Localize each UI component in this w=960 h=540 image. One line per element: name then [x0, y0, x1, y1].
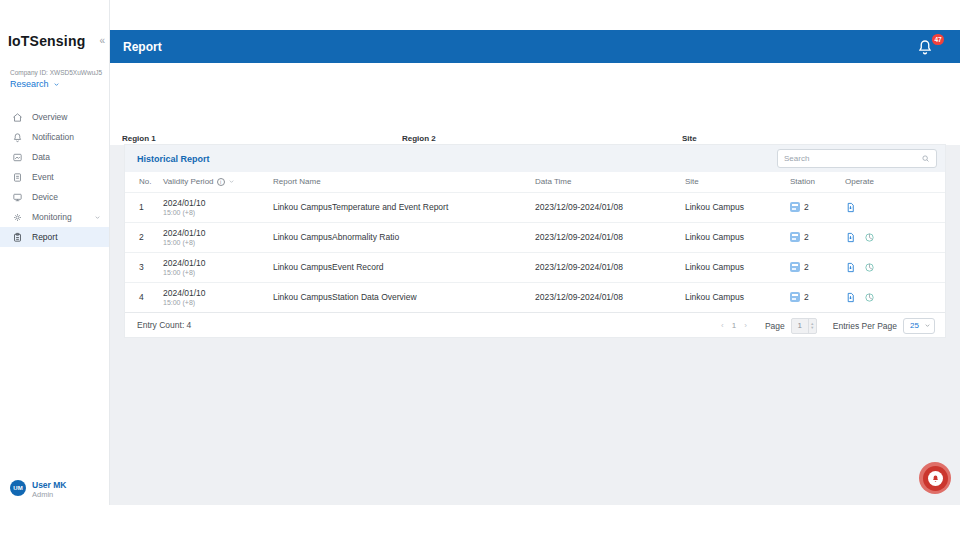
home-icon	[12, 112, 23, 123]
validity-time: 15:00 (+8)	[163, 209, 273, 216]
table-row: 4 2024/01/10 15:00 (+8) Linkou CampusSta…	[125, 282, 945, 312]
sidebar-item-data[interactable]: Data	[0, 147, 109, 167]
data-time-cell: 2023/12/09-2024/01/08	[535, 252, 685, 282]
station-icon	[790, 292, 800, 302]
gear-icon	[12, 212, 23, 223]
event-icon	[12, 172, 23, 183]
table-row: 1 2024/01/10 15:00 (+8) Linkou CampusTem…	[125, 192, 945, 222]
download-report-icon[interactable]	[845, 202, 856, 213]
site-cell: Linkou Campus	[685, 222, 790, 252]
chart-preview-icon[interactable]	[864, 292, 875, 303]
validity-date: 2024/01/10	[163, 198, 273, 208]
report-table: No. Validity Period i Report Name Data T…	[125, 172, 945, 312]
region2-label: Region 2	[402, 134, 436, 143]
search-icon[interactable]	[921, 154, 930, 163]
user-profile[interactable]: UM User MK Admin	[10, 480, 66, 499]
entry-count: Entry Count: 4	[137, 320, 191, 330]
data-icon	[12, 152, 23, 163]
avatar: UM	[10, 480, 26, 496]
alarm-fab-ring	[923, 466, 948, 491]
download-report-icon[interactable]	[845, 262, 856, 273]
main-content: Historical Report No. Validity Period i	[110, 145, 960, 505]
sidebar-item-label: Monitoring	[32, 212, 72, 222]
site-cell: Linkou Campus	[685, 282, 790, 312]
validity-date: 2024/01/10	[163, 258, 273, 268]
entries-per-page-select[interactable]: 25	[903, 318, 935, 334]
report-name-cell: Linkou CampusAbnormality Ratio	[273, 222, 535, 252]
chart-preview-icon[interactable]	[864, 232, 875, 243]
device-icon	[12, 192, 23, 203]
sidebar-item-notification[interactable]: Notification	[0, 127, 109, 147]
page-label: Page	[765, 321, 785, 331]
pagination-prev[interactable]: ‹	[719, 321, 726, 330]
site-cell: Linkou Campus	[685, 252, 790, 282]
column-validity-period[interactable]: Validity Period i	[163, 172, 273, 192]
user-name: User MK	[32, 480, 66, 490]
validity-time: 15:00 (+8)	[163, 239, 273, 246]
alarm-bell-icon	[928, 471, 943, 486]
bell-icon	[12, 132, 23, 143]
user-role: Admin	[32, 490, 66, 499]
site-cell: Linkou Campus	[685, 192, 790, 222]
column-site: Site	[685, 172, 790, 192]
card-title: Historical Report	[137, 154, 210, 164]
report-name-cell: Linkou CampusTemperature and Event Repor…	[273, 192, 535, 222]
station-icon	[790, 202, 800, 212]
sidebar-item-event[interactable]: Event	[0, 167, 109, 187]
report-name-cell: Linkou CampusStation Data Overview	[273, 282, 535, 312]
sidebar-item-label: Device	[32, 192, 58, 202]
column-report-name: Report Name	[273, 172, 535, 192]
sidebar-item-overview[interactable]: Overview	[0, 107, 109, 127]
station-count: 2	[804, 202, 809, 212]
entries-per-page-label: Entries Per Page	[833, 321, 897, 331]
report-icon	[12, 232, 23, 243]
validity-date: 2024/01/10	[163, 228, 273, 238]
chevron-down-icon	[924, 322, 931, 329]
pagination-page-1[interactable]: 1	[732, 321, 736, 330]
sidebar-item-monitoring[interactable]: Monitoring	[0, 207, 109, 227]
column-station: Station	[790, 172, 845, 192]
data-time-cell: 2023/12/09-2024/01/08	[535, 222, 685, 252]
station-icon	[790, 232, 800, 242]
search-box	[777, 149, 937, 168]
sort-caret-icon[interactable]	[228, 178, 235, 185]
validity-date: 2024/01/10	[163, 288, 273, 298]
sidebar: IoTSensing « Company ID: XWSD5XuWwuJ5 Re…	[0, 0, 110, 505]
app-brand: IoTSensing	[8, 33, 85, 49]
sidebar-item-device[interactable]: Device	[0, 187, 109, 207]
table-footer: Entry Count: 4 ‹ 1 › Page 1 ▲▼ Entries P…	[125, 312, 945, 337]
download-report-icon[interactable]	[845, 292, 856, 303]
data-time-cell: 2023/12/09-2024/01/08	[535, 282, 685, 312]
info-icon: i	[217, 178, 225, 186]
workspace-label: Research	[10, 79, 49, 89]
validity-time: 15:00 (+8)	[163, 269, 273, 276]
sidebar-item-label: Overview	[32, 112, 67, 122]
table-row: 3 2024/01/10 15:00 (+8) Linkou CampusEve…	[125, 252, 945, 282]
column-no: No.	[125, 172, 163, 192]
card-title-bar: Historical Report	[125, 145, 945, 172]
page-title: Report	[123, 40, 162, 54]
sidebar-collapse-icon[interactable]: «	[99, 35, 105, 46]
station-count: 2	[804, 292, 809, 302]
region1-label: Region 1	[122, 134, 156, 143]
pagination-next[interactable]: ›	[742, 321, 749, 330]
page-header: Report 47	[110, 30, 960, 63]
historical-report-card: Historical Report No. Validity Period i	[125, 145, 945, 337]
station-count: 2	[804, 262, 809, 272]
sidebar-item-label: Report	[32, 232, 58, 242]
workspace-selector[interactable]: Research	[10, 79, 60, 89]
alarm-fab-button[interactable]	[919, 462, 951, 494]
sidebar-item-report[interactable]: Report	[0, 227, 109, 247]
table-header-row: No. Validity Period i Report Name Data T…	[125, 172, 945, 192]
download-report-icon[interactable]	[845, 232, 856, 243]
chevron-down-icon	[94, 214, 101, 221]
column-operate: Operate	[845, 172, 945, 192]
search-input[interactable]	[784, 154, 921, 163]
chart-preview-icon[interactable]	[864, 262, 875, 273]
sidebar-item-label: Data	[32, 152, 50, 162]
table-row: 2 2024/01/10 15:00 (+8) Linkou CampusAbn…	[125, 222, 945, 252]
page-stepper[interactable]: ▲▼	[808, 319, 816, 333]
page-input[interactable]: 1 ▲▼	[791, 318, 817, 334]
chevron-down-icon	[53, 81, 60, 88]
station-count: 2	[804, 232, 809, 242]
